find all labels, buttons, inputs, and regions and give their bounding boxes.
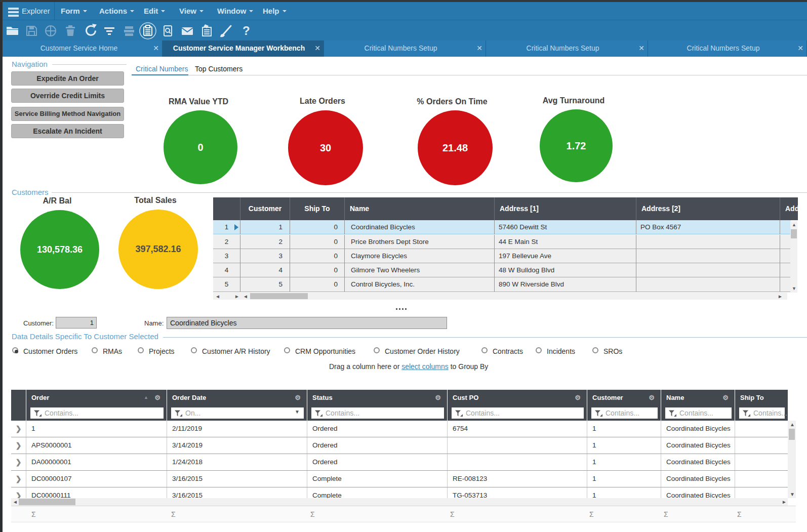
svg-text:?: ? bbox=[243, 24, 250, 37]
